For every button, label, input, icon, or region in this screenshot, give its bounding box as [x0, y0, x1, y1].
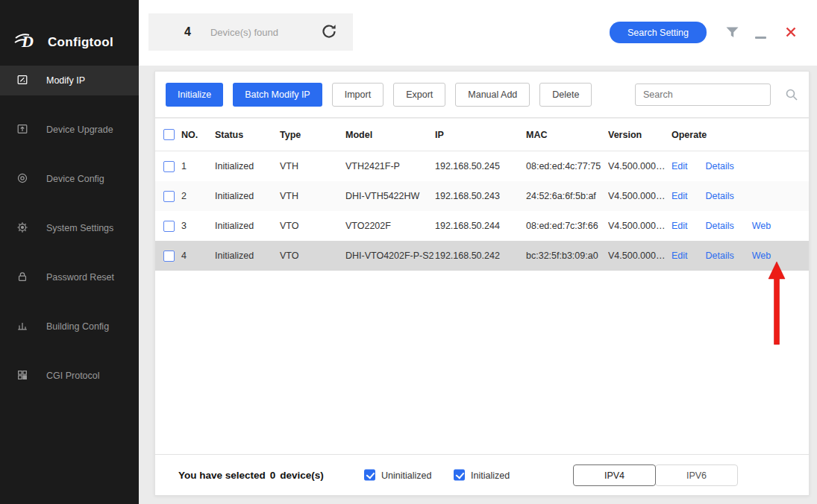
web-link[interactable]: Web: [752, 221, 771, 231]
cell-type: VTO: [280, 221, 345, 231]
edit-link[interactable]: Edit: [672, 191, 688, 201]
row-checkbox[interactable]: [163, 221, 175, 232]
ipv4-button[interactable]: IPV4: [573, 464, 656, 486]
selected-suffix: device(s): [280, 470, 324, 481]
cell-no: 4: [181, 251, 215, 261]
device-count: 4: [184, 25, 191, 39]
initialize-button[interactable]: Initialize: [166, 83, 223, 107]
export-button[interactable]: Export: [393, 83, 445, 107]
sidebar-item-system-settings[interactable]: System Settings: [0, 213, 139, 243]
import-button[interactable]: Import: [332, 83, 384, 107]
cell-model: DHI-VTO4202F-P-S2: [345, 251, 435, 261]
details-link[interactable]: Details: [706, 251, 734, 261]
cell-no: 2: [181, 191, 215, 201]
batch-modify-ip-button[interactable]: Batch Modify IP: [233, 83, 322, 107]
row-checkbox[interactable]: [163, 251, 175, 262]
cell-type: VTH: [280, 161, 345, 171]
table-row[interactable]: 2 Initialized VTH DHI-VTH5422HW 192.168.…: [155, 181, 809, 211]
refresh-button[interactable]: [320, 22, 338, 42]
edit-link[interactable]: Edit: [672, 161, 688, 171]
brand-wing-icon: D: [13, 31, 40, 54]
sidebar-item-label: Device Upgrade: [46, 125, 113, 135]
close-icon: [785, 29, 797, 40]
device-config-icon: [16, 172, 28, 186]
cell-no: 3: [181, 221, 215, 231]
search-input[interactable]: [635, 84, 771, 106]
row-checkbox[interactable]: [163, 161, 175, 172]
row-checkbox[interactable]: [163, 191, 175, 202]
sidebar-item-label: Building Config: [46, 321, 109, 332]
cell-model: VTH2421F-P: [345, 161, 435, 171]
sidebar-item-label: Device Config: [46, 174, 104, 184]
sidebar-item-device-config[interactable]: Device Config: [0, 164, 139, 194]
sidebar-item-label: Modify IP: [46, 75, 85, 86]
cell-version: V4.500.000…: [608, 161, 669, 171]
main-area: Initialize Batch Modify IP Import Export…: [139, 66, 817, 504]
cell-version: V4.500.000…: [608, 251, 669, 261]
edit-link[interactable]: Edit: [672, 221, 688, 231]
selection-summary: You have selected 0 device(s): [178, 470, 324, 481]
close-button[interactable]: [785, 26, 797, 40]
cell-type: VTH: [280, 191, 345, 201]
cell-ip: 192.168.50.244: [435, 221, 526, 231]
system-settings-icon: [16, 221, 28, 236]
svg-text:D: D: [21, 32, 34, 51]
cell-ip: 192.168.50.243: [435, 191, 526, 201]
cell-status: Initialized: [215, 191, 280, 201]
filter-button[interactable]: [726, 27, 739, 40]
initialized-checkbox[interactable]: [454, 470, 465, 481]
delete-button[interactable]: Delete: [539, 83, 592, 107]
edit-link[interactable]: Edit: [672, 251, 688, 261]
search-setting-button[interactable]: Search Setting: [610, 22, 707, 43]
app-logo: D Configtool: [0, 0, 139, 64]
initialized-label: Initialized: [471, 470, 510, 480]
sidebar: D Configtool Modify IP Device Upgrade: [0, 0, 139, 504]
sidebar-item-label: Password Reset: [46, 272, 114, 283]
sidebar-item-modify-ip[interactable]: Modify IP: [0, 66, 139, 95]
select-all-checkbox[interactable]: [163, 129, 175, 140]
sidebar-item-device-upgrade[interactable]: Device Upgrade: [0, 115, 139, 145]
sidebar-item-cgi-protocol[interactable]: CGI Protocol: [0, 361, 139, 391]
cell-status: Initialized: [215, 221, 280, 231]
search-icon[interactable]: [785, 88, 798, 101]
device-found-label: Device(s) found: [210, 27, 278, 38]
sidebar-item-label: System Settings: [46, 223, 113, 233]
cgi-protocol-icon: [16, 369, 28, 383]
cell-model: VTO2202F: [345, 221, 435, 231]
cell-version: V4.500.000…: [608, 221, 669, 231]
manual-add-button[interactable]: Manual Add: [455, 83, 530, 107]
cell-mac: 08:ed:ed:7c:3f:66: [526, 221, 608, 231]
app-title: Configtool: [48, 35, 113, 50]
cell-version: V4.500.000…: [608, 191, 669, 201]
details-link[interactable]: Details: [706, 221, 734, 231]
table-row[interactable]: 3 Initialized VTO VTO2202F 192.168.50.24…: [155, 211, 809, 241]
uninitialized-checkbox[interactable]: [364, 470, 375, 481]
table-row-selected[interactable]: 4 Initialized VTO DHI-VTO4202F-P-S2 192.…: [155, 241, 809, 271]
table-header-row: NO. Status Type Model IP MAC Version Ope…: [155, 119, 809, 151]
col-version: Version: [608, 130, 669, 140]
device-panel: Initialize Batch Modify IP Import Export…: [154, 71, 810, 496]
sidebar-item-label: CGI Protocol: [46, 371, 100, 381]
col-type: Type: [280, 130, 345, 140]
cell-type: VTO: [280, 251, 345, 261]
cell-status: Initialized: [215, 251, 280, 261]
details-link[interactable]: Details: [706, 161, 734, 171]
sidebar-menu: Modify IP Device Upgrade Device Config: [0, 66, 139, 391]
minimize-icon: [755, 37, 766, 39]
password-reset-icon: [16, 271, 28, 285]
cell-model: DHI-VTH5422HW: [345, 191, 435, 201]
cell-mac: bc:32:5f:b3:09:a0: [526, 251, 608, 261]
web-link[interactable]: Web: [752, 251, 771, 261]
ipv6-button[interactable]: IPV6: [655, 464, 738, 486]
cell-no: 1: [181, 161, 215, 171]
col-ip: IP: [435, 130, 526, 140]
panel-toolbar: Initialize Batch Modify IP Import Export…: [155, 72, 809, 119]
minimize-button[interactable]: [755, 31, 767, 41]
table-row[interactable]: 1 Initialized VTH VTH2421F-P 192.168.50.…: [155, 151, 809, 181]
details-link[interactable]: Details: [706, 191, 734, 201]
top-header: 4 Device(s) found Search Setting: [139, 0, 817, 66]
device-upgrade-icon: [16, 123, 28, 137]
col-no: NO.: [181, 130, 215, 140]
sidebar-item-building-config[interactable]: Building Config: [0, 312, 139, 341]
sidebar-item-password-reset[interactable]: Password Reset: [0, 262, 139, 292]
